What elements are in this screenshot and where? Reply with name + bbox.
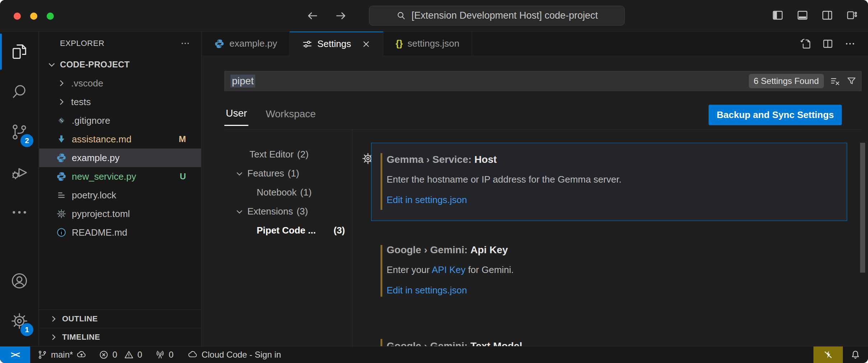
scrollbar-thumb[interactable] bbox=[860, 143, 865, 273]
window-title: [Extension Development Host] code-projec… bbox=[411, 10, 598, 21]
setting-gemma-service-host[interactable]: Gemma › Service:Host Enter the hostname … bbox=[371, 143, 847, 221]
lock-file-icon bbox=[56, 190, 67, 201]
remote-indicator[interactable]: >< bbox=[0, 346, 30, 363]
toml-gear-icon bbox=[56, 208, 67, 219]
back-icon[interactable] bbox=[306, 9, 319, 22]
sync-cloud-icon bbox=[76, 350, 87, 360]
error-icon bbox=[99, 350, 109, 360]
chevron-down-icon bbox=[234, 169, 244, 179]
chevron-right-icon bbox=[48, 314, 59, 324]
status-bar: >< main* 0 0 0 Cloud Code - Sign in bbox=[0, 346, 868, 363]
forward-icon[interactable] bbox=[335, 9, 347, 22]
setting-google-gemini-api-key[interactable]: Google › Gemini:Api Key Enter your API K… bbox=[371, 235, 847, 308]
files-icon bbox=[10, 42, 29, 61]
close-window-button[interactable] bbox=[14, 13, 21, 20]
tree-root-folder[interactable]: CODE-PROJECT bbox=[39, 55, 201, 74]
python-icon bbox=[56, 152, 67, 163]
activity-account[interactable] bbox=[0, 261, 38, 301]
activity-settings[interactable]: 1 bbox=[0, 301, 38, 341]
extension-warning-status-item[interactable] bbox=[813, 346, 843, 363]
settings-toc: Text Editor (2) Features (1) Notebook (1… bbox=[224, 130, 353, 346]
git-status-badge: U bbox=[180, 171, 186, 182]
settings-list: Gemma › Service:Host Enter the hostname … bbox=[353, 130, 868, 346]
backup-sync-button[interactable]: Backup and Sync Settings bbox=[709, 105, 842, 125]
split-editor-icon[interactable] bbox=[822, 38, 834, 50]
tree-item-tests[interactable]: tests bbox=[39, 93, 201, 111]
more-actions-icon[interactable] bbox=[844, 38, 856, 50]
toc-notebook[interactable]: Notebook (1) bbox=[224, 183, 352, 202]
zoom-window-button[interactable] bbox=[47, 13, 54, 20]
git-branch-icon bbox=[37, 350, 47, 360]
notifications-bell-icon[interactable] bbox=[843, 349, 868, 360]
tree-item-assistance-md[interactable]: assistance.md M bbox=[39, 130, 201, 148]
timeline-section-header[interactable]: TIMELINE bbox=[39, 328, 201, 346]
search-icon bbox=[396, 10, 406, 21]
scope-tab-workspace[interactable]: Workspace bbox=[264, 108, 317, 126]
cloud-code-status-item[interactable]: Cloud Code - Sign in bbox=[188, 350, 281, 360]
toc-text-editor[interactable]: Text Editor (2) bbox=[224, 145, 352, 164]
scope-tab-user[interactable]: User bbox=[224, 108, 248, 126]
chevron-down-icon bbox=[234, 207, 244, 217]
tree-item-gitignore[interactable]: .gitignore bbox=[39, 111, 201, 130]
scm-changes-badge: 2 bbox=[20, 134, 33, 147]
json-icon: {} bbox=[396, 38, 403, 49]
settings-body: Text Editor (2) Features (1) Notebook (1… bbox=[224, 130, 868, 346]
ports-status-item[interactable]: 0 bbox=[155, 350, 173, 360]
toggle-secondary-sidebar-icon[interactable] bbox=[821, 9, 833, 21]
minimize-window-button[interactable] bbox=[30, 13, 37, 20]
python-icon bbox=[56, 171, 67, 182]
search-icon bbox=[10, 82, 29, 101]
tree-item-vscode[interactable]: .vscode bbox=[39, 74, 201, 93]
tab-settings-json[interactable]: {} settings.json bbox=[383, 32, 472, 56]
chevron-right-icon bbox=[56, 96, 67, 107]
customize-layout-icon[interactable] bbox=[846, 9, 858, 21]
setting-description: Enter the hostname or IP address for the… bbox=[387, 174, 834, 185]
clear-search-icon[interactable] bbox=[830, 76, 840, 86]
cloud-icon bbox=[188, 350, 198, 360]
toc-pipet-code[interactable]: Pipet Code ... (3) bbox=[224, 221, 352, 240]
activity-more[interactable] bbox=[0, 192, 38, 232]
edit-in-settings-json-link[interactable]: Edit in settings.json bbox=[387, 285, 834, 296]
window-controls bbox=[14, 13, 54, 20]
settings-search-input[interactable]: pipet 6 Settings Found bbox=[224, 71, 862, 91]
api-key-link[interactable]: API Key bbox=[432, 264, 466, 275]
tab-settings[interactable]: Settings bbox=[290, 32, 383, 56]
filter-icon[interactable] bbox=[846, 76, 857, 86]
activity-source-control[interactable]: 2 bbox=[0, 112, 38, 152]
git-status-badge: M bbox=[179, 134, 186, 144]
chevron-down-icon bbox=[46, 59, 57, 70]
close-tab-icon[interactable] bbox=[361, 39, 371, 49]
editor-group: example.py Settings {} settings.json pip… bbox=[202, 32, 868, 346]
tree-item-new-service-py[interactable]: new_service.py U bbox=[39, 167, 201, 186]
explorer-title: EXPLORER bbox=[60, 39, 104, 48]
vscode-window: [Extension Development Host] code-projec… bbox=[0, 0, 868, 363]
branch-status-item[interactable]: main* bbox=[37, 350, 87, 360]
settings-scope-tabs: User Workspace Backup and Sync Settings bbox=[224, 105, 862, 130]
tab-example-py[interactable]: example.py bbox=[202, 32, 290, 56]
tree-item-example-py[interactable]: example.py bbox=[39, 148, 201, 167]
setting-google-gemini-text-model[interactable]: Google › Gemini:Text Model bbox=[371, 333, 847, 346]
tree-item-poetry-lock[interactable]: poetry.lock bbox=[39, 186, 201, 204]
activity-run-debug[interactable] bbox=[0, 152, 38, 192]
settings-results-count: 6 Settings Found bbox=[749, 74, 824, 88]
activity-explorer[interactable] bbox=[0, 32, 38, 72]
toc-features[interactable]: Features (1) bbox=[224, 164, 352, 183]
explorer-actions-icon[interactable] bbox=[180, 38, 190, 48]
toc-extensions[interactable]: Extensions (3) bbox=[224, 202, 352, 221]
warning-icon bbox=[124, 350, 134, 360]
outline-section-header[interactable]: OUTLINE bbox=[39, 310, 201, 328]
tree-item-readme-md[interactable]: README.md bbox=[39, 223, 201, 242]
title-bar: [Extension Development Host] code-projec… bbox=[0, 0, 868, 32]
command-center-search[interactable]: [Extension Development Host] code-projec… bbox=[369, 6, 625, 25]
open-settings-json-icon[interactable] bbox=[800, 38, 811, 50]
file-tree: CODE-PROJECT .vscode tests .gitignore as… bbox=[39, 55, 201, 242]
edit-in-settings-json-link[interactable]: Edit in settings.json bbox=[387, 194, 834, 206]
tree-item-pyproject-toml[interactable]: pyproject.toml bbox=[39, 204, 201, 223]
activity-search[interactable] bbox=[0, 72, 38, 112]
toggle-panel-icon[interactable] bbox=[797, 9, 808, 21]
explorer-sidebar: EXPLORER CODE-PROJECT .vscode tests .git… bbox=[39, 32, 201, 346]
toggle-primary-sidebar-icon[interactable] bbox=[772, 9, 784, 21]
settings-search-value: pipet bbox=[230, 75, 255, 88]
tab-bar: example.py Settings {} settings.json bbox=[202, 32, 868, 56]
problems-status-item[interactable]: 0 0 bbox=[99, 350, 142, 360]
